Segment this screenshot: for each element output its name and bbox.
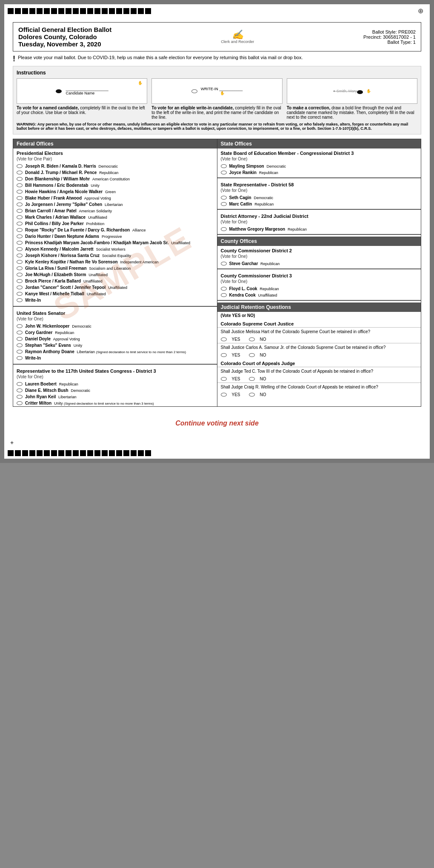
candidate-row: Brian Carroll / Amar Patel American Soli…: [13, 208, 217, 214]
instruction-text-3: To make a correction, draw a bold line t…: [287, 106, 417, 120]
no-option: NO: [249, 377, 266, 381]
write-in-oval[interactable]: [17, 356, 23, 360]
candidate-oval[interactable]: [221, 202, 227, 206]
no-label: NO: [260, 337, 266, 342]
no-oval[interactable]: [249, 353, 255, 357]
candidate-row: Roque "Rocky" De La Fuente / Darcy G. Ri…: [13, 227, 217, 233]
candidate-oval[interactable]: [17, 171, 23, 174]
candidate-name: Joseph R. Biden / Kamala D. Harris Democ…: [25, 164, 118, 168]
candidate-name: Marc Catlin Republican: [229, 202, 274, 206]
candidate-row: Cory Gardner Republican: [13, 329, 217, 336]
state-board-edu-title: State Board of Education Member - Congre…: [217, 148, 421, 157]
candidate-name: Stephan "Seku" Evans Unity: [25, 343, 82, 348]
candidate-row: Howie Hawkins / Angela Nicole Walker Gre…: [13, 188, 217, 195]
candidate-oval[interactable]: [17, 209, 23, 213]
no-oval[interactable]: [249, 393, 255, 397]
candidate-oval[interactable]: [17, 164, 23, 168]
candidate-row: Kanye West / Michelle Tidball Unaffiliat…: [13, 291, 217, 297]
candidate-name: John Ryan Keil Libertarian: [25, 394, 77, 399]
timing-mark: [37, 450, 43, 456]
no-option: NO: [249, 337, 266, 342]
candidate-oval[interactable]: [17, 190, 23, 194]
timing-mark: [66, 450, 71, 456]
candidate-oval[interactable]: [17, 337, 23, 341]
ballot-precinct: Precinct: 3065817002 - 1: [363, 34, 416, 40]
candidate-oval[interactable]: [17, 273, 23, 277]
candidate-name: Howie Hawkins / Angela Nicole Walker Gre…: [25, 189, 116, 194]
candidate-oval[interactable]: [17, 279, 23, 283]
candidate-oval[interactable]: [17, 222, 23, 226]
yes-oval[interactable]: [221, 377, 227, 381]
candidate-row: Diane E. Mitsch Bush Democratic: [13, 387, 217, 394]
timing-mark: [145, 450, 151, 456]
candidate-oval[interactable]: [17, 343, 23, 347]
candidate-oval[interactable]: [221, 196, 227, 200]
no-oval[interactable]: [249, 337, 255, 341]
no-option: NO: [249, 353, 266, 357]
candidate-oval[interactable]: [17, 215, 23, 219]
candidate-oval[interactable]: [17, 350, 23, 354]
candidate-oval[interactable]: [17, 203, 23, 206]
presidential-electors-section: Presidential Electors (Vote for One Pair…: [13, 148, 217, 303]
judicial-retention-section: Judicial Retention Questions (Vote YES o…: [217, 303, 421, 398]
candidate-row: Mayling Simpson Democratic: [217, 163, 421, 169]
candidate-oval[interactable]: [17, 388, 23, 392]
instruction-image-3: ● Smith, Mary ✋: [287, 78, 417, 104]
candidate-oval[interactable]: [17, 260, 23, 264]
candidate-name: Brock Pierce / Karla Ballard Unaffiliate…: [25, 279, 103, 283]
timing-mark: [37, 8, 43, 14]
no-label: NO: [260, 392, 266, 397]
candidate-oval[interactable]: [221, 227, 227, 231]
candidate-row: Phil Collins / Billy Joe Parker Prohibit…: [13, 220, 217, 227]
timing-mark: [58, 8, 64, 14]
timing-mark: [22, 8, 28, 14]
candidate-oval[interactable]: [221, 293, 227, 297]
ballot-body: Federal Offices Presidential Electors (V…: [13, 139, 421, 407]
candidate-oval[interactable]: [17, 324, 23, 328]
candidate-oval[interactable]: [17, 254, 23, 257]
candidate-oval[interactable]: [221, 171, 227, 174]
candidate-oval[interactable]: [17, 382, 23, 386]
timing-mark: [58, 450, 64, 456]
candidate-oval[interactable]: [17, 401, 23, 405]
candidate-name: Don Blankenship / William Mohr American …: [25, 177, 130, 181]
district-attorney-title: District Attorney - 22nd Judicial Distri…: [217, 211, 421, 220]
candidate-name: Mark Charles / Adrian Wallace Unaffiliat…: [25, 215, 107, 220]
judicial-retention-header: Judicial Retention Questions: [217, 303, 421, 312]
write-in-oval[interactable]: [17, 298, 23, 302]
us-senator-subtitle: (Vote for One): [13, 317, 217, 323]
yes-label: YES: [232, 392, 240, 397]
federal-offices-header: Federal Offices: [13, 139, 217, 148]
candidate-oval[interactable]: [17, 234, 23, 238]
timing-mark: [138, 8, 144, 14]
yes-oval[interactable]: [221, 337, 227, 341]
candidate-oval[interactable]: [17, 266, 23, 270]
candidate-oval[interactable]: [17, 241, 23, 245]
candidate-oval[interactable]: [17, 292, 23, 296]
state-rep-section: State Representative - District 58 (Vote…: [217, 180, 421, 207]
no-oval[interactable]: [249, 377, 255, 381]
timing-mark: [123, 450, 129, 456]
candidate-oval[interactable]: [17, 331, 23, 334]
candidate-oval[interactable]: [221, 262, 227, 266]
yes-label: YES: [232, 337, 240, 342]
candidate-oval[interactable]: [17, 395, 23, 399]
candidate-oval[interactable]: [17, 177, 23, 181]
candidate-name: Steve Garchar Republican: [229, 261, 280, 266]
timing-marks-top: ⊕: [4, 4, 430, 18]
yes-oval[interactable]: [221, 353, 227, 357]
candidate-name: Kendra Cook Unaffiliated: [229, 293, 277, 297]
timing-mark: [66, 8, 71, 14]
yes-option: YES: [221, 353, 240, 357]
timing-mark: [116, 450, 122, 456]
yes-oval[interactable]: [221, 393, 227, 397]
candidate-oval[interactable]: [221, 164, 227, 168]
candidate-oval[interactable]: [221, 287, 227, 291]
candidate-row: Joseph R. Biden / Kamala D. Harris Democ…: [13, 163, 217, 169]
candidate-oval[interactable]: [17, 228, 23, 232]
candidate-name: Gloria La Riva / Sunil Freeman Socialism…: [25, 266, 131, 271]
candidate-oval[interactable]: [17, 183, 23, 187]
candidate-oval[interactable]: [17, 286, 23, 289]
candidate-oval[interactable]: [17, 247, 23, 251]
candidate-oval[interactable]: [17, 196, 23, 200]
